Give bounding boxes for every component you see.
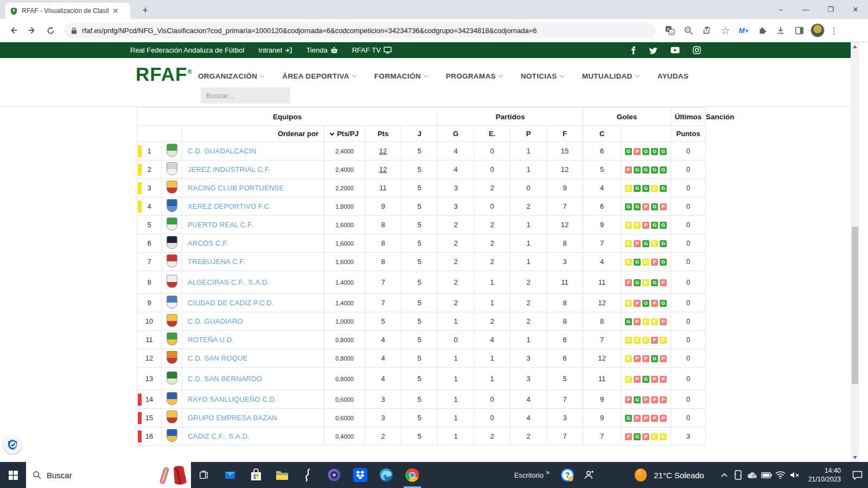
team-link[interactable]: TREBUJENA C.F. — [188, 258, 245, 266]
volume-muted-icon[interactable] — [788, 471, 802, 479]
taskbar-task-view-button[interactable] — [191, 462, 217, 488]
back-icon[interactable] — [4, 21, 23, 40]
onedrive-cloud-icon[interactable] — [745, 471, 760, 479]
your-phone-icon[interactable] — [731, 470, 745, 480]
team-link[interactable]: PUERTO REAL C.F. — [188, 221, 253, 229]
profile-avatar[interactable] — [810, 23, 825, 37]
team-link[interactable]: JEREZ INDUSTRIAL C.F. — [188, 165, 271, 174]
window-close-button[interactable]: ✕ — [843, 5, 868, 14]
pts-per-match: 1,6000 — [324, 234, 365, 253]
col-header-j[interactable]: J — [401, 126, 438, 142]
scrollbar-down-arrow[interactable] — [853, 456, 857, 459]
team-link[interactable]: C.D. SAN BERNARDO — [188, 375, 262, 383]
topbar-link-intranet[interactable]: Intranet — [258, 46, 292, 54]
security-check-widget[interactable] — [3, 435, 22, 454]
col-header-e[interactable]: E. — [474, 126, 510, 142]
taskbar-search-box[interactable]: Buscar — [26, 462, 191, 488]
taskbar-mail-app[interactable] — [217, 462, 243, 488]
team-link[interactable]: ALGECIRAS C.F., S.A.D. — [188, 278, 269, 286]
scrollbar-thumb[interactable] — [852, 227, 858, 384]
secure-lock-icon[interactable] — [71, 27, 78, 35]
search-highlights-art[interactable] — [158, 464, 189, 486]
team-link[interactable]: XEREZ DEPORTIVO F.C. — [188, 202, 271, 210]
topbar-link-tienda[interactable]: Tienda — [306, 46, 337, 54]
search-icon — [33, 471, 41, 479]
col-header-f[interactable]: F — [547, 126, 583, 142]
reload-icon[interactable] — [41, 21, 60, 40]
bookmark-star-icon[interactable]: ☆ — [716, 21, 735, 40]
team-link[interactable]: CIUDAD DE CADIZ P.C.D. — [188, 299, 274, 307]
help-assistant-icon[interactable]: ? — [557, 468, 578, 482]
team-link[interactable]: RAYO SANLUQUEÑO C.D. — [188, 395, 277, 403]
col-header-g[interactable]: G — [438, 126, 474, 142]
team-link[interactable]: ROTEÑA U.D. — [188, 336, 234, 344]
taskbar-clock[interactable]: 14:40 21/10/2023 — [808, 466, 841, 484]
last5-results: GPEEP — [621, 312, 671, 331]
taskbar-dropbox-app[interactable] — [347, 462, 373, 488]
team-link[interactable]: ARCOS C.F. — [188, 239, 228, 247]
taskbar-chrome-app[interactable] — [399, 462, 425, 488]
team-link[interactable]: C.D. GUADIARO — [188, 317, 243, 325]
team-link[interactable]: CADIZ C.F., S.A.D. — [188, 432, 250, 440]
start-button[interactable] — [0, 462, 26, 488]
taskbar-lightshot-app[interactable] — [295, 462, 321, 488]
nav-item-ayudas[interactable]: AYUDAS — [658, 72, 689, 80]
team-link[interactable]: C.D. SAN ROQUE — [188, 354, 247, 362]
share-icon[interactable] — [698, 21, 716, 40]
col-header-c[interactable]: C — [583, 126, 621, 142]
toolbar-overflow-chevron[interactable]: » — [546, 468, 550, 476]
topbar-brand[interactable]: Real Federación Andaluza de Fútbol — [130, 46, 244, 54]
new-tab-button[interactable]: + — [142, 4, 148, 16]
site-header: RFAF® ORGANIZACIÓNÁREA DEPORTIVAFORMACIÓ… — [0, 58, 859, 106]
nav-item--rea-deportiva[interactable]: ÁREA DEPORTIVA — [282, 72, 355, 80]
page-scrollbar[interactable] — [851, 42, 859, 462]
url-bar[interactable]: rfaf.es/pnfg/NPcd/NFG_VisClasificacion?c… — [64, 23, 655, 38]
forward-icon[interactable] — [23, 21, 41, 40]
rfaf-logo[interactable]: RFAF® — [136, 63, 193, 85]
taskbar-file-explorer-app[interactable] — [269, 462, 295, 488]
browser-menu-kebab-icon[interactable]: ⋮ — [827, 21, 841, 40]
site-search-input[interactable] — [201, 87, 290, 104]
wifi-icon[interactable] — [774, 471, 788, 479]
battery-icon[interactable] — [760, 472, 774, 478]
taskbar-edge-app[interactable] — [373, 462, 399, 488]
translate-icon[interactable]: Aa — [661, 21, 679, 40]
col-header-pts[interactable]: Pts — [365, 126, 401, 142]
nav-item-programas[interactable]: PROGRAMAS — [446, 72, 502, 80]
download-icon[interactable] — [771, 21, 790, 40]
scrollbar-up-arrow[interactable] — [853, 45, 857, 48]
window-minimize-button[interactable]: — — [793, 5, 818, 14]
col-header-p[interactable]: P — [510, 126, 547, 142]
taskbar-loop-app[interactable] — [321, 462, 347, 488]
taskbar-microsoft-store-app[interactable] — [243, 462, 269, 488]
instagram-icon[interactable] — [693, 46, 701, 54]
desktop-toolbar[interactable]: Escritorio » — [514, 471, 550, 479]
pts-per-match: 1,4000 — [324, 271, 365, 294]
nav-item-mutualidad[interactable]: MUTUALIDAD — [582, 72, 639, 80]
tab-search-chevron-icon[interactable]: ⌄ — [778, 4, 784, 12]
facebook-icon[interactable] — [631, 46, 636, 55]
extensions-puzzle-icon[interactable] — [753, 21, 771, 40]
nav-item-organizaci-n[interactable]: ORGANIZACIÓN — [198, 72, 264, 80]
team-link[interactable]: GRUPO EMPRESA BAZAN — [188, 414, 277, 422]
action-center-icon[interactable] — [846, 471, 868, 480]
sort-column-ptspj[interactable]: Pts/PJ — [324, 126, 365, 142]
youtube-icon[interactable] — [671, 47, 680, 54]
window-restore-button[interactable]: ❐ — [818, 5, 843, 14]
weather-widget[interactable]: 21°C Soleado — [633, 467, 704, 483]
tray-expand-chevron-icon[interactable] — [717, 473, 731, 477]
drawn: 1 — [474, 368, 510, 390]
team-link[interactable]: RACING CLUB PORTUENSE — [188, 184, 284, 192]
twitter-icon[interactable] — [649, 47, 658, 54]
team-link[interactable]: C.D. GUADALCACIN — [188, 147, 257, 155]
zoom-out-icon[interactable] — [679, 21, 698, 40]
nav-item-formaci-n[interactable]: FORMACIÓN — [374, 72, 427, 80]
topbar-link-rfaf-tv[interactable]: RFAF TV — [352, 46, 392, 54]
extension-movistar-icon[interactable]: M+ — [735, 21, 753, 40]
tab-close-icon[interactable]: ✕ — [112, 7, 119, 15]
nav-item-noticias[interactable]: NOTICIAS — [521, 72, 564, 80]
played: 5 — [401, 216, 438, 234]
side-panel-icon[interactable] — [790, 21, 808, 40]
people-icon[interactable] — [578, 470, 599, 480]
browser-tab[interactable]: RFAF - Visualización de Clasifica ✕ — [5, 3, 130, 19]
